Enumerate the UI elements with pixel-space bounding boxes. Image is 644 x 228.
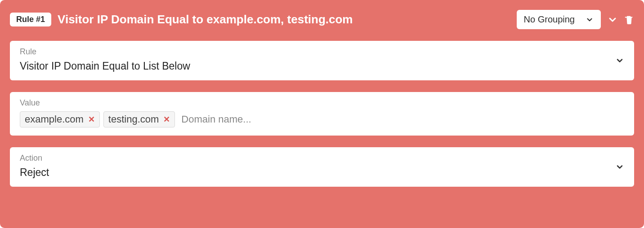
tag-text: testing.com [108, 114, 159, 125]
action-select-panel[interactable]: Action Reject [10, 147, 634, 187]
tag-row: example.com ✕ testing.com ✕ [20, 111, 624, 127]
collapse-toggle[interactable] [607, 14, 618, 25]
tag-remove-button[interactable]: ✕ [88, 114, 95, 124]
chevron-down-icon [615, 56, 624, 65]
grouping-select[interactable]: No Grouping [517, 10, 601, 29]
rule-value: Visitor IP Domain Equal to List Below [20, 60, 624, 72]
action-label: Action [20, 153, 624, 163]
rule-badge: Rule #1 [10, 13, 51, 26]
rule-header: Rule #1 Visitor IP Domain Equal to examp… [10, 10, 634, 29]
rule-select-panel[interactable]: Rule Visitor IP Domain Equal to List Bel… [10, 41, 634, 80]
domain-input[interactable] [179, 112, 308, 127]
delete-rule-button[interactable] [624, 14, 634, 25]
chevron-down-icon [586, 16, 594, 24]
value-panel: Value example.com ✕ testing.com ✕ [10, 92, 634, 136]
rule-card: Rule #1 Visitor IP Domain Equal to examp… [0, 0, 644, 228]
rule-label: Rule [20, 47, 624, 57]
tag-remove-button[interactable]: ✕ [163, 114, 170, 124]
tag-text: example.com [25, 114, 84, 125]
tag-item: testing.com ✕ [103, 111, 175, 127]
tag-item: example.com ✕ [20, 111, 100, 127]
chevron-down-icon [615, 162, 624, 171]
value-label: Value [20, 98, 624, 108]
grouping-select-value: No Grouping [524, 14, 575, 25]
rule-title: Visitor IP Domain Equal to example.com, … [58, 13, 510, 26]
action-value: Reject [20, 167, 624, 179]
